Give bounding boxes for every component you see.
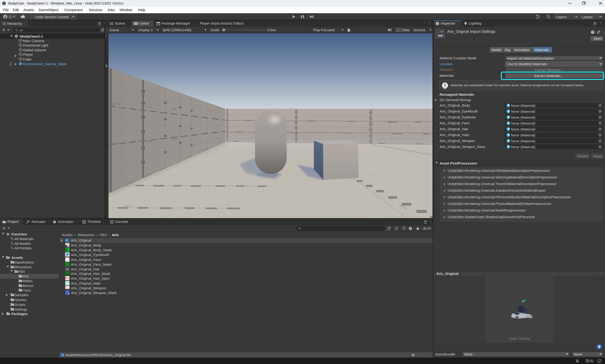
- svg-text:1METER: 1METER: [125, 205, 133, 207]
- svg-text:1METER: 1METER: [145, 140, 152, 143]
- svg-text:1METER: 1METER: [112, 103, 120, 106]
- svg-text:1METER: 1METER: [171, 108, 177, 110]
- svg-text:1METER: 1METER: [112, 143, 120, 145]
- svg-text:1METER: 1METER: [145, 106, 152, 108]
- svg-text:?: ?: [592, 31, 594, 34]
- svg-text:1METER: 1METER: [171, 139, 177, 140]
